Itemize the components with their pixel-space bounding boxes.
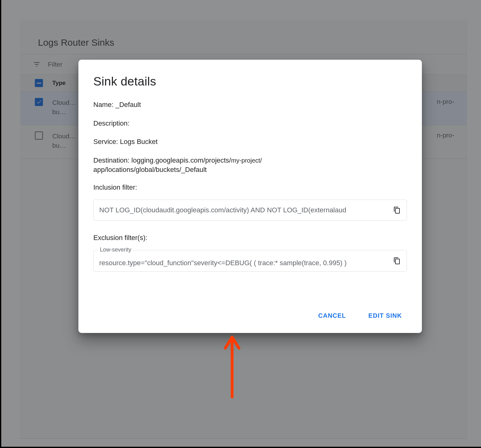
description-label: Description:	[93, 119, 129, 127]
description-field: Description:	[93, 119, 407, 128]
destination-value-c: app/locations/global/buckets/_Default	[93, 166, 207, 173]
service-field: Service: Logs Bucket	[93, 137, 407, 146]
service-value: Logs Bucket	[120, 138, 158, 145]
name-value: _Default	[115, 101, 141, 109]
exclusion-filter-value: resource.type="cloud_function"severity<=…	[99, 259, 385, 267]
copy-inclusion-button[interactable]	[392, 205, 402, 215]
inclusion-filter-label: Inclusion filter:	[93, 183, 407, 192]
dialog-title: Sink details	[93, 75, 407, 88]
sink-details-dialog: Sink details Name: _Default Description:…	[78, 60, 422, 333]
inclusion-filter-box: NOT LOG_ID(cloudaudit.googleapis.com/act…	[93, 200, 407, 221]
name-label: Name:	[93, 101, 114, 109]
inclusion-filter-value: NOT LOG_ID(cloudaudit.googleapis.com/act…	[99, 206, 346, 214]
copy-icon	[393, 206, 401, 214]
copy-exclusion-button[interactable]	[392, 256, 402, 266]
service-label: Service:	[93, 138, 118, 145]
destination-value-b: my-project/	[231, 157, 262, 164]
destination-label: Destination:	[93, 156, 129, 164]
edit-sink-button[interactable]: EDIT SINK	[367, 309, 404, 322]
destination-value-a: logging.googleapis.com/projects/	[131, 156, 231, 164]
name-field: Name: _Default	[93, 100, 407, 109]
exclusion-filter-label: Exclusion filter(s):	[93, 234, 407, 242]
destination-field: Destination: logging.googleapis.com/proj…	[93, 156, 404, 174]
dialog-actions: CANCEL EDIT SINK	[93, 309, 407, 322]
copy-icon	[393, 257, 401, 265]
cancel-button[interactable]: CANCEL	[316, 309, 348, 322]
exclusion-filter-box: Low-severity resource.type="cloud_functi…	[93, 250, 407, 272]
exclusion-legend: Low-severity	[98, 247, 133, 253]
